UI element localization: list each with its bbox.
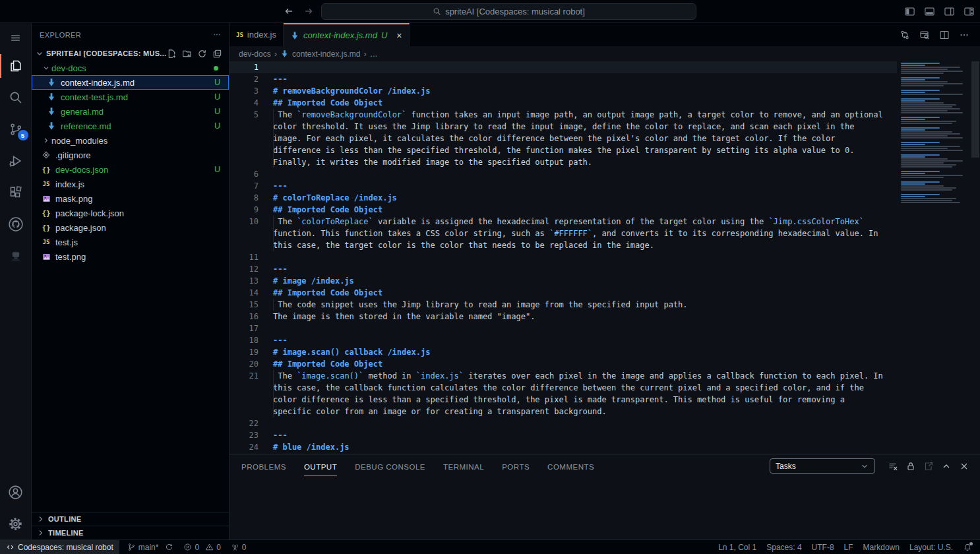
editor[interactable]: 1 2---3# removeBackgroundColor /index.js… [230,61,980,454]
keyboard-layout[interactable]: Layout: U.S. [909,543,953,552]
language-mode[interactable]: Markdown [863,543,900,552]
panel-tab-comments[interactable]: COMMENTS [547,456,594,476]
editor-line-24[interactable]: 24# blue /index.js [230,441,897,453]
new-folder-button[interactable] [182,49,192,59]
editor-line-22[interactable]: 22 [230,417,897,429]
editor-line-11[interactable]: 11 [230,251,897,263]
outline-section[interactable]: OUTLINE [32,512,229,526]
breadcrumb-symbol[interactable]: … [370,49,378,59]
activity-source-control[interactable]: 5 [0,113,32,145]
application-menu-button[interactable] [0,25,32,50]
tree-file-context-index.js.md[interactable]: context-index.js.mdU [32,75,229,90]
nav-forward-button[interactable] [303,6,314,16]
breadcrumb-folder[interactable]: dev-docs [239,49,271,59]
tree-file-mask.png[interactable]: mask.png [32,191,229,206]
notifications-bell[interactable] [963,543,972,552]
open-changes-button[interactable] [900,30,910,40]
breadcrumb[interactable]: dev-docs › context-index.js.md › … [230,46,980,61]
tab-index-js[interactable]: JS index.js [230,23,284,46]
tree-file-reference.md[interactable]: reference.mdU [32,119,229,133]
editor-line-1[interactable]: 1 [230,61,897,73]
split-editor-button[interactable] [939,30,950,40]
editor-line-6[interactable]: 6 [230,168,897,180]
minimap[interactable] [897,61,971,454]
collapse-folders-button[interactable] [212,49,222,59]
editor-line-8[interactable]: 8# colorToReplace /index.js [230,192,897,204]
refresh-button[interactable] [197,49,207,59]
toggle-panel-button[interactable] [924,6,935,17]
editor-line-17[interactable]: 17 [230,323,897,334]
panel-tab-terminal[interactable]: TERMINAL [443,456,484,476]
close-panel-button[interactable] [959,461,969,472]
settings-button[interactable] [0,508,32,539]
activity-extensions[interactable] [0,177,32,208]
maximize-panel-button[interactable] [941,461,952,472]
tree-file-.gitignore[interactable]: .gitignore [32,148,229,162]
sync-icon[interactable] [165,543,173,551]
eol[interactable]: LF [844,543,853,552]
nav-back-button[interactable] [284,6,294,16]
editor-line-13[interactable]: 13# image /index.js [230,275,897,287]
tab-context-index-js-md[interactable]: context-index.js.md U × [284,23,410,46]
editor-line-14[interactable]: 14## Imported Code Object [230,287,897,299]
editor-line-18[interactable]: 18--- [230,334,897,346]
close-tab-button[interactable]: × [396,30,402,41]
editor-more-actions-button[interactable] [959,30,969,40]
tree-folder-node_modules[interactable]: node_modules [32,133,229,148]
tree-file-dev-docs.json[interactable]: {}dev-docs.jsonU [32,162,229,177]
explorer-more-button[interactable]: ⋯ [214,30,221,39]
editor-line-2[interactable]: 2--- [230,73,897,85]
account-button[interactable] [0,476,32,508]
activity-search[interactable] [0,82,32,113]
editor-line-9[interactable]: 9## Imported Code Object [230,204,897,216]
explorer-section-header[interactable]: SPRITEAI [CODESPACES: MUS... [32,46,229,61]
output-channel-select[interactable]: Tasks [770,458,875,474]
panel-tab-debug-console[interactable]: DEBUG CONSOLE [355,456,425,476]
panel-tab-problems[interactable]: PROBLEMS [241,456,286,476]
tree-file-package-lock.json[interactable]: {}package-lock.json [32,206,229,220]
breadcrumb-file[interactable]: context-index.js.md [292,49,360,59]
clear-output-button[interactable] [888,461,898,472]
command-center-search[interactable]: spriteAI [Codespaces: musical robot] [321,3,696,20]
customize-layout-button[interactable] [964,6,975,17]
editor-scrollbar[interactable] [971,61,980,454]
editor-line-21[interactable]: 21 The `image.scan()` method in `index.j… [230,370,897,417]
timeline-section[interactable]: TIMELINE [32,526,229,539]
open-preview-button[interactable] [919,30,930,40]
tree-file-context-test.js.md[interactable]: context-test.js.mdU [32,90,229,104]
panel-tab-ports[interactable]: PORTS [502,456,530,476]
panel-tab-output[interactable]: OUTPUT [304,456,337,476]
cursor-position[interactable]: Ln 1, Col 1 [718,543,756,552]
tree-file-package.json[interactable]: {}package.json [32,220,229,235]
tree-folder-dev-docs[interactable]: dev-docs [32,61,229,75]
editor-line-4[interactable]: 4## Imported Code Object [230,97,897,109]
tree-file-general.md[interactable]: general.mdU [32,104,229,119]
activity-github[interactable] [0,208,32,240]
editor-line-12[interactable]: 12--- [230,263,897,275]
tree-file-test.js[interactable]: JStest.js [32,235,229,249]
new-file-button[interactable] [167,49,177,59]
output-panel-body[interactable] [230,477,980,539]
problems-status-item[interactable]: 0 0 [183,543,220,552]
editor-line-16[interactable]: 16The image is then stored in the variab… [230,311,897,323]
editor-line-7[interactable]: 7--- [230,180,897,192]
editor-line-20[interactable]: 20## Imported Code Object [230,358,897,370]
activity-explorer[interactable] [0,50,32,82]
indentation[interactable]: Spaces: 4 [766,543,801,552]
editor-line-15[interactable]: 15 The code snippet uses the Jimp librar… [230,299,897,311]
editor-line-19[interactable]: 19# image.scan() callback /index.js [230,346,897,358]
editor-line-23[interactable]: 23--- [230,429,897,441]
branch-status-item[interactable]: main* [127,543,174,552]
activity-run-debug[interactable] [0,145,32,177]
lock-scroll-button[interactable] [905,461,916,472]
editor-line-3[interactable]: 3# removeBackgroundColor /index.js [230,85,897,97]
activity-remote-explorer[interactable] [0,240,32,272]
open-output-in-editor-button[interactable] [923,461,934,472]
encoding[interactable]: UTF-8 [812,543,834,552]
editor-line-10[interactable]: 10 The `colorToReplace` variable is assi… [230,216,897,251]
tree-file-test.png[interactable]: test.png [32,249,229,264]
toggle-secondary-sidebar-button[interactable] [944,6,955,17]
editor-line-5[interactable]: 5 The `removeBackgroundColor` function t… [230,109,897,168]
tree-file-index.js[interactable]: JSindex.js [32,177,229,191]
remote-indicator[interactable]: Codespaces: musical robot [0,540,119,554]
